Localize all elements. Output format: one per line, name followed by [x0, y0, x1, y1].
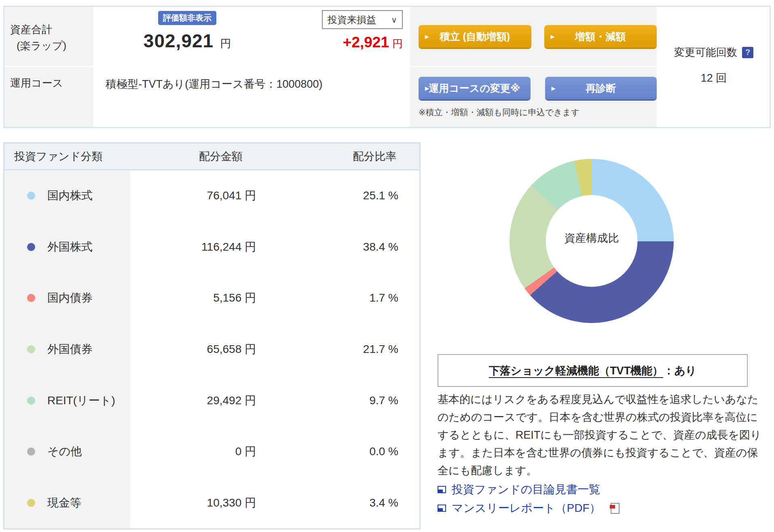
allocation-table: 投資ファンド分類 配分金額 配分比率 国内株式 76,041 円 25.1 % … — [3, 142, 421, 530]
amount-value: 0 円 — [130, 426, 312, 477]
amount-value: 76,041 円 — [130, 170, 312, 222]
category-label: 外国債券 — [47, 342, 93, 357]
asset-composition-donut-chart: 資産構成比 — [510, 159, 674, 323]
category-cell: 現金等 — [4, 477, 130, 528]
amount-value: 65,658 円 — [130, 324, 312, 375]
hide-valuation-button[interactable]: 評価額非表示 — [158, 11, 216, 25]
category-cell: REIT(リート) — [4, 375, 130, 426]
cash-dot-icon — [27, 499, 35, 507]
table-row: 現金等 10,330 円 3.4 % — [4, 477, 419, 528]
category-cell: 外国株式 — [4, 222, 130, 273]
category-cell: 国内株式 — [4, 170, 130, 222]
asset-total-row: 302,921 円 — [144, 30, 231, 52]
rediagnosis-button-label: 再診断 — [586, 82, 616, 95]
monthly-report-link[interactable]: マンスリーレポート（PDF） — [438, 500, 620, 516]
profit-loss-row: +2,921 円 — [343, 34, 403, 51]
profit-loss-dropdown[interactable]: 投資来損益 ∨ — [322, 10, 403, 29]
amount-value: 10,330 円 — [130, 477, 312, 528]
table-row: 外国債券 65,658 円 21.7 % — [4, 324, 419, 375]
tsumitate-button-label: 積立 (自動増額) — [440, 30, 510, 43]
asset-total-value-cell: 評価額非表示 302,921 円 投資来損益 ∨ +2,921 円 — [94, 7, 409, 66]
button-arrow-icon: ▶ — [425, 34, 429, 40]
chevron-down-icon: ∨ — [391, 15, 397, 25]
table-row: 国内株式 76,041 円 25.1 % — [4, 170, 419, 222]
amount-value: 5,156 円 — [130, 272, 312, 324]
profit-loss-amount: +2,921 — [343, 34, 389, 51]
course-description: 基本的にはリスクをある程度見込んで収益性を追求したいあなたのためのコースです。日… — [438, 391, 763, 479]
profit-loss-dropdown-value: 投資来損益 — [328, 13, 376, 26]
category-label: その他 — [47, 444, 82, 459]
amount-value: 29,492 円 — [130, 375, 312, 426]
ratio-value: 9.7 % — [312, 375, 419, 426]
rakuten-wrap-page: 資産合計 (楽ラップ) 評価額非表示 302,921 円 投資来損益 ∨ +2,… — [0, 0, 774, 532]
header-fund-category: 投資ファンド分類 — [4, 149, 130, 164]
top-buttons-row2: ▶ 運用コースの変更※ ▶ 再診断 ※積立・増額・減額も同時に申込できます — [410, 67, 657, 127]
asset-total-amount: 302,921 — [144, 30, 214, 52]
amount-value: 116,244 円 — [130, 222, 312, 273]
asset-total-value-group: 評価額非表示 302,921 円 — [98, 7, 276, 66]
category-label: 国内債券 — [47, 290, 93, 306]
ratio-value: 0.0 % — [312, 426, 419, 477]
increase-decrease-button[interactable]: ▶ 増額・減額 — [544, 25, 657, 48]
domestic-stock-dot-icon — [27, 192, 35, 200]
course-change-button[interactable]: ▶ 運用コースの変更※ — [419, 77, 531, 99]
ratio-value: 25.1 % — [312, 170, 419, 222]
document-links: 投資ファンドの目論見書一覧 マンスリーレポート（PDF） — [438, 482, 620, 516]
ratio-value: 38.4 % — [312, 222, 419, 273]
pdf-file-icon — [611, 503, 620, 514]
header-allocation-amount: 配分金額 — [130, 149, 312, 164]
ratio-value: 3.4 % — [312, 477, 419, 528]
category-cell: 外国債券 — [4, 324, 130, 375]
asset-summary-block: 資産合計 (楽ラップ) 評価額非表示 302,921 円 投資来損益 ∨ +2,… — [3, 6, 771, 128]
button-arrow-icon: ▶ — [425, 85, 429, 91]
asset-total-label-line2: (楽ラップ) — [10, 38, 93, 54]
allocation-table-body: 国内株式 76,041 円 25.1 % 外国株式 116,244 円 38.4… — [4, 170, 419, 528]
prospectus-link-label: 投資ファンドの目論見書一覧 — [452, 482, 600, 497]
increase-decrease-button-label: 増額・減額 — [575, 30, 626, 43]
other-dot-icon — [27, 448, 35, 456]
asset-total-unit: 円 — [220, 36, 231, 51]
course-buttons-row: ▶ 運用コースの変更※ ▶ 再診断 — [419, 67, 657, 99]
tvt-feature-box: 下落ショック軽減機能（TVT機能） ：あり — [438, 354, 748, 387]
table-row: その他 0 円 0.0 % — [4, 426, 419, 477]
header-allocation-ratio: 配分比率 — [312, 149, 419, 164]
tvt-feature-heading: 下落ショック軽減機能（TVT機能） — [489, 363, 664, 378]
change-count-label: 変更可能回数 — [674, 45, 737, 59]
change-count-panel: 変更可能回数 ? 12 回 — [658, 7, 770, 127]
new-window-icon — [438, 486, 446, 493]
prospectus-link[interactable]: 投資ファンドの目論見書一覧 — [438, 482, 620, 497]
reit-dot-icon — [27, 397, 35, 405]
profit-loss-unit: 円 — [392, 37, 403, 51]
category-label: 外国株式 — [47, 239, 93, 255]
change-count-value: 12 回 — [701, 71, 727, 85]
change-count-row: 変更可能回数 ? — [674, 45, 753, 59]
category-label: REIT(リート) — [47, 393, 115, 408]
domestic-bond-dot-icon — [27, 294, 35, 302]
foreign-stock-dot-icon — [27, 243, 35, 251]
table-row: REIT(リート) 29,492 円 9.7 % — [4, 375, 419, 426]
allocation-table-header: 投資ファンド分類 配分金額 配分比率 — [4, 144, 419, 170]
rediagnosis-button[interactable]: ▶ 再診断 — [545, 77, 657, 99]
simultaneous-application-note: ※積立・増額・減額も同時に申込できます — [419, 107, 657, 118]
category-cell: 国内債券 — [4, 272, 130, 324]
monthly-report-link-label: マンスリーレポート（PDF） — [452, 500, 601, 516]
course-name: 積極型-TVTあり(運用コース番号：1000800) — [106, 78, 323, 90]
category-label: 現金等 — [47, 495, 81, 511]
top-buttons-row1: ▶ 積立 (自動増額) ▶ 増額・減額 — [410, 7, 657, 66]
foreign-bond-dot-icon — [27, 345, 35, 353]
profit-loss-group: 投資来損益 ∨ +2,921 円 — [317, 7, 403, 66]
tsumitate-button[interactable]: ▶ 積立 (自動増額) — [419, 25, 531, 48]
course-change-button-label: 運用コースの変更※ — [429, 82, 520, 95]
asset-total-label-cell: 資産合計 (楽ラップ) — [4, 7, 93, 66]
course-value-cell: 積極型-TVTあり(運用コース番号：1000800) — [94, 67, 409, 127]
new-window-icon — [438, 505, 446, 512]
course-label: 運用コース — [10, 76, 93, 90]
asset-total-label-line1: 資産合計 — [10, 21, 93, 38]
table-row: 国内債券 5,156 円 1.7 % — [4, 272, 419, 324]
tvt-feature-status: ：あり — [663, 363, 696, 378]
help-icon[interactable]: ? — [742, 47, 753, 58]
course-label-cell: 運用コース — [4, 67, 93, 127]
ratio-value: 1.7 % — [312, 272, 419, 324]
category-cell: その他 — [4, 426, 130, 477]
table-row: 外国株式 116,244 円 38.4 % — [4, 222, 419, 273]
